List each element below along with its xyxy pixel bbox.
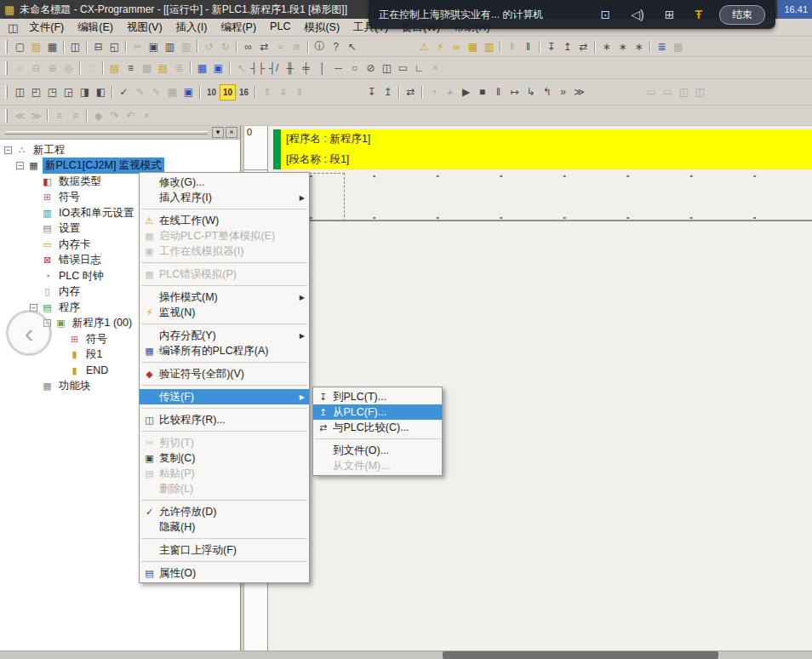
context-menu-item[interactable]: ▤ 属性(O) xyxy=(140,565,309,581)
check-program-icon[interactable]: ✓ xyxy=(116,84,132,100)
hex-16-icon[interactable]: 16 xyxy=(236,84,252,100)
cascade-windows-icon[interactable]: ◫ xyxy=(12,84,28,100)
context-menu-item[interactable]: ▣ 复制(C) xyxy=(140,450,309,466)
monitor-mode-icon[interactable]: ⚡ xyxy=(432,38,449,54)
align-list-2-icon[interactable]: ≡ xyxy=(67,107,83,123)
horizontal-line-icon[interactable]: ─ xyxy=(330,60,346,76)
function-block-icon[interactable]: ◫ xyxy=(379,60,395,76)
zoom-in-icon[interactable]: ⊕ xyxy=(44,60,60,76)
context-menu-item[interactable]: 隐藏(H) xyxy=(140,519,309,535)
context-menu-item[interactable]: 修改(G)... xyxy=(140,175,309,190)
run-to-cursor-icon[interactable]: ≫ xyxy=(571,84,587,100)
replace-icon[interactable]: ⇄ xyxy=(256,38,272,54)
redo-icon[interactable]: ↻ xyxy=(217,38,233,54)
coil-icon[interactable]: ○ xyxy=(346,60,363,76)
zoom-select-icon[interactable]: ○ xyxy=(12,60,28,76)
panel-close-button[interactable]: × xyxy=(226,127,237,138)
rung-list-icon[interactable]: ≡ xyxy=(123,60,139,76)
cross-reference-icon[interactable]: ◫ xyxy=(676,84,692,100)
transfer-to-plc-icon[interactable]: ↧ xyxy=(363,84,380,100)
search-all-icon[interactable]: ≋ xyxy=(289,38,305,54)
zoom-out-icon[interactable]: ⊖ xyxy=(28,60,44,76)
print-icon[interactable]: ⊟ xyxy=(90,38,106,54)
delete-line-icon[interactable]: × xyxy=(427,60,443,76)
window-side-icon[interactable]: ◧ xyxy=(93,84,109,100)
submenu-item[interactable]: ⇄ 与PLC比较(C)... xyxy=(313,420,442,435)
vertical-line-icon[interactable]: │ xyxy=(314,60,330,76)
context-help-icon[interactable]: ↖ xyxy=(344,38,360,54)
about-icon[interactable]: ⓘ xyxy=(312,38,328,54)
end-session-button[interactable]: 结束 xyxy=(719,5,765,25)
menubar-item[interactable]: 模拟(S) xyxy=(297,19,346,37)
address-reference-icon[interactable]: ◫ xyxy=(692,84,708,100)
differential-down-icon[interactable]: ⇓ xyxy=(275,84,291,100)
find-next-icon[interactable]: ≈ xyxy=(272,38,289,54)
menubar-item[interactable]: 编程(P) xyxy=(214,19,263,37)
compile-all-icon[interactable]: ∗ xyxy=(598,38,615,54)
differential-up-icon[interactable]: ⇑ xyxy=(259,84,275,100)
grid-icon[interactable]: ░ xyxy=(83,60,100,76)
context-menu-item[interactable]: 插入程序(I) ▶ xyxy=(140,190,309,205)
section-header-row[interactable]: [程序名 : 新程序1] xyxy=(281,129,812,150)
save-project-icon[interactable]: ◫ xyxy=(67,38,83,54)
window-half-icon[interactable]: ◨ xyxy=(77,84,93,100)
partial-transfer-icon[interactable]: ∗ xyxy=(615,38,631,54)
context-menu-item[interactable]: ◫ 比较程序(R)... xyxy=(140,412,309,427)
submenu-item[interactable]: ↧ 到PLC(T)... xyxy=(313,389,442,404)
show-wires-icon[interactable]: ▦ xyxy=(139,60,155,76)
copy-icon[interactable]: ▣ xyxy=(146,38,162,54)
redo-edit-icon[interactable]: ↷ xyxy=(106,107,123,123)
screen-switch-icon[interactable]: ⊞ xyxy=(665,8,675,21)
find-online-icon[interactable]: ∞ xyxy=(449,38,465,54)
context-menu-item[interactable]: 传送(F) ▶ xyxy=(140,389,309,404)
undo-edit-icon[interactable]: ↶ xyxy=(123,107,139,123)
submenu-item[interactable]: 从文件(M)... xyxy=(313,458,442,473)
program-tree-icon[interactable]: ≣ xyxy=(171,60,187,76)
transfer-online-icon[interactable]: ▥ xyxy=(481,38,497,54)
menubar-item[interactable]: 文件(F) xyxy=(22,19,71,37)
select-mode-icon[interactable]: ↖ xyxy=(233,60,249,76)
menubar-item[interactable]: 视图(V) xyxy=(120,19,169,37)
fullscreen-icon[interactable]: ⊡ xyxy=(601,8,611,21)
transfer-from-plc-icon[interactable]: ↥ xyxy=(380,84,396,100)
sidebar-collapse-overlay[interactable]: ‹ xyxy=(6,310,52,356)
paste-special-icon[interactable]: ▥ xyxy=(178,38,194,54)
online-edit-icon[interactable]: ✎ xyxy=(148,84,164,100)
online-simulator-icon[interactable]: ◕ xyxy=(442,84,458,100)
corner-line-icon[interactable]: ∟ xyxy=(411,60,427,76)
scrollbar-thumb[interactable] xyxy=(443,651,718,659)
transfer-to-plc-icon[interactable]: ↧ xyxy=(543,38,559,54)
work-online-sim-icon[interactable]: ◔ xyxy=(426,84,442,100)
data-trace-icon[interactable]: ≣ xyxy=(654,38,670,54)
indent-icon[interactable]: ≫ xyxy=(28,107,44,123)
sim-run-icon[interactable]: ▶ xyxy=(458,84,474,100)
context-menu-item[interactable]: ▦ 编译所有的PLC程序(A) xyxy=(140,343,309,358)
window-split-icon[interactable]: ◲ xyxy=(60,84,77,100)
section-header-row[interactable]: [段名称 : 段1] xyxy=(281,150,812,170)
expand-collapse-icon[interactable]: − xyxy=(16,162,24,169)
mark-icon[interactable]: ◆ xyxy=(90,107,106,123)
context-menu-item[interactable]: 删除(L) xyxy=(140,481,309,496)
watch-window-icon[interactable]: ▭ xyxy=(643,84,660,100)
panel-grip[interactable] xyxy=(5,131,208,135)
watch-window-2-icon[interactable]: ▭ xyxy=(660,84,676,100)
menubar-item[interactable]: PLC xyxy=(263,19,297,37)
context-menu-item[interactable]: ▦ PLC错误模拟(P) xyxy=(140,266,309,282)
undo-icon[interactable]: ↺ xyxy=(201,38,217,54)
context-menu-item[interactable]: 内存分配(Y) ▶ xyxy=(140,328,309,343)
horizontal-scrollbar[interactable] xyxy=(0,650,812,659)
context-menu-item[interactable]: 操作模式(M) ▶ xyxy=(140,289,309,305)
compare-with-plc-icon[interactable]: ⇄ xyxy=(403,84,419,100)
erase-edit-icon[interactable]: × xyxy=(139,107,155,123)
contact-not-icon[interactable]: ┤/ xyxy=(266,60,282,76)
online-settings-icon[interactable]: ▦ xyxy=(465,38,481,54)
expand-collapse-icon[interactable]: − xyxy=(4,146,12,154)
context-menu-item[interactable]: 主窗口上浮动(F) xyxy=(140,542,309,558)
context-menu-item[interactable]: ▣ 工作在线模拟器(I) xyxy=(140,244,309,259)
step-in-icon[interactable]: ↳ xyxy=(523,84,539,100)
pause-icon[interactable]: ‖ xyxy=(520,38,536,54)
context-menu-item[interactable]: ⚡ 监视(N) xyxy=(140,305,309,320)
time-chart-icon[interactable]: ▦ xyxy=(670,38,686,54)
transfer-from-plc-icon[interactable]: ↥ xyxy=(559,38,575,54)
io-comment-icon[interactable]: ▦ xyxy=(164,84,180,100)
